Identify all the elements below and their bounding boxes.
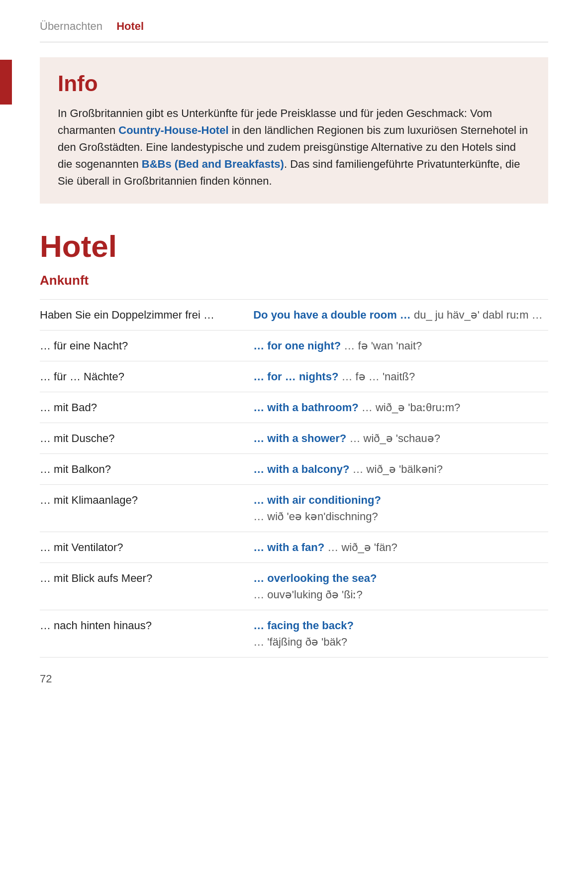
- hotel-section: Hotel Ankunft Haben Sie ein Doppelzimmer…: [40, 228, 548, 658]
- german-phrase: … für … Nächte?: [40, 361, 253, 392]
- phonetic: … wið_ə 'bälkəni?: [349, 463, 443, 475]
- english-cell: … for one night? … fə 'wan 'nait?: [253, 331, 548, 361]
- info-title: Info: [58, 71, 530, 96]
- page-number: 72: [40, 672, 548, 685]
- breadcrumb-part1: Übernachten: [40, 20, 102, 33]
- english-phrase: … for one night?: [253, 339, 341, 352]
- phonetic: … wið_ə 'schauə?: [346, 432, 440, 444]
- german-phrase: … mit Balkon?: [40, 454, 253, 485]
- english-phrase: Do you have a double room …: [253, 309, 411, 321]
- german-phrase: … mit Dusche?: [40, 423, 253, 454]
- info-body: In Großbritannien gibt es Unterkünfte fü…: [58, 105, 530, 190]
- english-phrase: … with a fan?: [253, 541, 324, 554]
- phonetic: … wið_ə 'baːθruːm?: [359, 401, 461, 414]
- german-phrase: … mit Blick aufs Meer?: [40, 563, 253, 610]
- breadcrumb-current: Hotel: [116, 20, 144, 33]
- table-row: … nach hinten hinaus?… facing the back? …: [40, 610, 548, 658]
- page: Übernachten Hotel Info In Großbritannien…: [0, 0, 588, 888]
- german-phrase: … für eine Nacht?: [40, 331, 253, 361]
- english-cell: … overlooking the sea? … ouvə'luking ðə …: [253, 563, 548, 610]
- german-phrase: … mit Ventilator?: [40, 532, 253, 563]
- english-phrase: … with a balcony?: [253, 463, 349, 475]
- english-cell: Do you have a double room … du_ ju häv_ə…: [253, 300, 548, 331]
- english-phrase: … with a bathroom?: [253, 401, 358, 414]
- english-cell: … with a shower? … wið_ə 'schauə?: [253, 423, 548, 454]
- table-row: … mit Balkon?… with a balcony? … wið_ə '…: [40, 454, 548, 485]
- table-row: Haben Sie ein Doppelzimmer frei …Do you …: [40, 300, 548, 331]
- english-phrase: … overlooking the sea?: [253, 572, 377, 584]
- english-phrase: … with a shower?: [253, 432, 346, 444]
- table-row: … mit Dusche?… with a shower? … wið_ə 's…: [40, 423, 548, 454]
- table-row: … mit Bad?… with a bathroom? … wið_ə 'ba…: [40, 392, 548, 423]
- table-row: … für eine Nacht?… for one night? … fə '…: [40, 331, 548, 361]
- hotel-title: Hotel: [40, 228, 548, 264]
- phonetic: … ouvə'luking ðə 'ßiː?: [253, 588, 363, 601]
- english-cell: … facing the back? … 'fäjßing ðə 'bäk?: [253, 610, 548, 658]
- english-cell: … with a bathroom? … wið_ə 'baːθruːm?: [253, 392, 548, 423]
- german-phrase: Haben Sie ein Doppelzimmer frei …: [40, 300, 253, 331]
- phonetic: … wið_ə 'fän?: [324, 541, 397, 554]
- phonetic: … fə … 'naitß?: [338, 370, 415, 383]
- phonetic: … 'fäjßing ðə 'bäk?: [253, 636, 347, 648]
- phonetic: … fə 'wan 'nait?: [341, 339, 422, 352]
- info-section: Info In Großbritannien gibt es Unterkünf…: [40, 57, 548, 204]
- english-cell: … for … nights? … fə … 'naitß?: [253, 361, 548, 392]
- german-phrase: … mit Bad?: [40, 392, 253, 423]
- english-cell: … with a balcony? … wið_ə 'bälkəni?: [253, 454, 548, 485]
- red-tab-marker: [0, 60, 12, 105]
- breadcrumb-separator: [106, 20, 112, 33]
- top-divider: [40, 42, 548, 42]
- ankunft-subtitle: Ankunft: [40, 273, 548, 288]
- english-phrase: … with air conditioning?: [253, 494, 381, 506]
- phonetic: du_ ju häv_ə' dabl ruːm …: [411, 309, 543, 321]
- phonetic: … wið 'eə kən'dischning?: [253, 510, 378, 523]
- breadcrumb: Übernachten Hotel: [40, 20, 548, 33]
- german-phrase: … nach hinten hinaus?: [40, 610, 253, 658]
- table-row: … mit Ventilator?… with a fan? … wið_ə '…: [40, 532, 548, 563]
- table-row: … für … Nächte?… for … nights? … fə … 'n…: [40, 361, 548, 392]
- link-country-house-hotel[interactable]: Country-House-Hotel: [118, 124, 228, 136]
- phrase-table: Haben Sie ein Doppelzimmer frei …Do you …: [40, 299, 548, 658]
- english-cell: … with air conditioning? … wið 'eə kən'd…: [253, 485, 548, 532]
- english-phrase: … for … nights?: [253, 370, 338, 383]
- table-row: … mit Blick aufs Meer?… overlooking the …: [40, 563, 548, 610]
- english-phrase: … facing the back?: [253, 619, 354, 632]
- table-row: … mit Klimaanlage?… with air conditionin…: [40, 485, 548, 532]
- german-phrase: … mit Klimaanlage?: [40, 485, 253, 532]
- english-cell: … with a fan? … wið_ə 'fän?: [253, 532, 548, 563]
- link-bnb[interactable]: B&Bs (Bed and Breakfasts): [142, 158, 284, 170]
